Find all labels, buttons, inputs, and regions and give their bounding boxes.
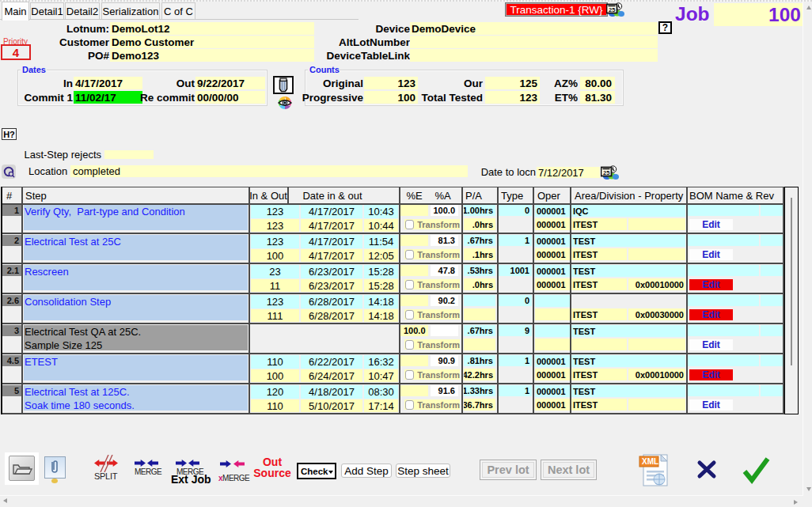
svg-text:25: 25	[609, 6, 615, 13]
svg-text:XML: XML	[642, 457, 658, 466]
svg-text:25: 25	[603, 169, 609, 176]
